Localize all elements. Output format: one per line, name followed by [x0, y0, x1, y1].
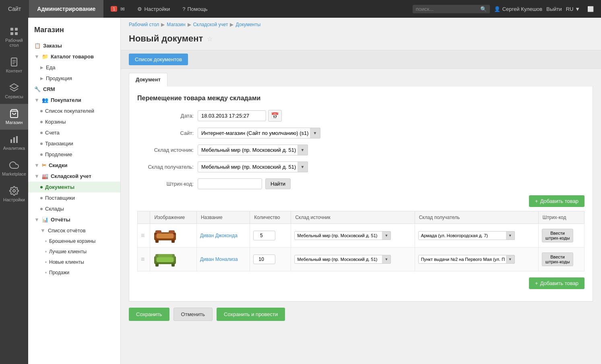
- nav-item-carts[interactable]: Корзины: [28, 116, 120, 127]
- site-tab[interactable]: Сайт: [0, 0, 29, 18]
- sidebar-item-analytics[interactable]: Аналитика: [0, 130, 28, 155]
- breadcrumb-desktop[interactable]: Рабочий стол: [129, 22, 159, 27]
- fullscreen-button[interactable]: ⬜: [584, 4, 597, 14]
- dest-select-1[interactable]: Армада (ул. Новогородская д. 7): [418, 231, 515, 240]
- col-header-image: Изображение: [150, 211, 196, 224]
- svg-marker-8: [10, 84, 18, 89]
- collapse-icon: ▼: [34, 54, 39, 60]
- nav-item-invoices[interactable]: Счета: [28, 127, 120, 138]
- nav-item-documents[interactable]: Документы: [28, 182, 120, 192]
- search-input[interactable]: [416, 6, 480, 12]
- nav-item-discounts[interactable]: ▼ ✂ Скидки: [28, 160, 120, 171]
- sidebar-item-shop[interactable]: Магазин: [0, 104, 28, 130]
- nav-item-buyers[interactable]: ▼ 👥 Покупатели: [28, 95, 120, 105]
- nav-item-products[interactable]: ▶ Продукция: [28, 73, 120, 84]
- nav-item-transactions[interactable]: Транзакции: [28, 138, 120, 149]
- save-post-button[interactable]: Сохранить и провести: [217, 308, 285, 321]
- logout-button[interactable]: Выйти: [546, 6, 562, 12]
- breadcrumb-shop[interactable]: Магазин: [167, 22, 185, 27]
- source-select-2[interactable]: Мебельный мир (пр. Московский д. 51): [294, 255, 391, 264]
- drag-handle-icon-1[interactable]: ≡: [141, 232, 145, 239]
- nav-item-buyers-list[interactable]: Список покупателей: [28, 105, 120, 116]
- nav-item-reports-label: Отчёты: [51, 217, 70, 223]
- nav-item-reports-list[interactable]: ▼ Список отчётов: [28, 225, 120, 236]
- sidebar-item-marketplace[interactable]: Marketplace: [0, 155, 28, 181]
- search-box[interactable]: 🔍: [413, 5, 490, 13]
- dest-warehouse-select[interactable]: Мебельный мир (пр. Московский д. 51): [198, 161, 308, 172]
- language-button[interactable]: RU ▼: [566, 6, 580, 12]
- nav-item-food[interactable]: ▶ Еда: [28, 62, 120, 73]
- breadcrumb-warehouse-accounting[interactable]: Складской учет: [193, 22, 228, 27]
- add-product-top-button[interactable]: + Добавить товар: [529, 195, 584, 207]
- favorite-star-icon[interactable]: ☆: [207, 35, 213, 43]
- nav-item-abandoned-carts[interactable]: Брошенные корзины: [28, 236, 120, 246]
- barcode-label: Штрих-код:: [137, 181, 194, 187]
- dest-select-2[interactable]: Пункт выдачи №2 на Первого Мая (ул. Перв: [418, 255, 515, 264]
- dot-icon: [40, 132, 43, 134]
- dest-warehouse-label: Склад получатель:: [137, 164, 194, 170]
- svg-rect-2: [10, 32, 13, 35]
- toolbar: Список документов: [121, 50, 601, 69]
- sidebar-item-dashboard[interactable]: Рабочий стол: [0, 22, 28, 52]
- breadcrumb-documents[interactable]: Документы: [235, 22, 260, 27]
- small-dot-icon: [45, 272, 47, 273]
- svg-rect-1: [15, 28, 18, 31]
- nav-item-crm[interactable]: 🔧 CRM: [28, 84, 120, 95]
- product-link-2[interactable]: Диван Монализа: [200, 256, 238, 262]
- collapse-warehouse-icon: ▼: [34, 173, 39, 179]
- sidebar-item-content[interactable]: Контент: [0, 52, 28, 78]
- top-nav-right: 👤 Сергей Кулешов Выйти RU ▼ ⬜: [490, 4, 601, 14]
- cancel-button[interactable]: Отменить: [173, 308, 213, 321]
- collapse-buyers-icon: ▼: [34, 97, 39, 103]
- nav-item-suppliers[interactable]: Поставщики: [28, 192, 120, 203]
- nav-item-warehouse[interactable]: ▼ 🏭 Складской учет: [28, 171, 120, 182]
- nav-item-sales[interactable]: Продажи: [28, 267, 120, 278]
- tab-document[interactable]: Документ: [129, 73, 167, 87]
- site-row: Сайт: Интернет-магазин (Сайт по умолчани…: [137, 128, 584, 139]
- nav-item-reports[interactable]: ▼ 📊 Отчёты: [28, 214, 120, 225]
- nav-item-catalog[interactable]: ▼ 📁 Каталог товаров: [28, 51, 120, 62]
- sidebar-item-content-label: Контент: [6, 68, 23, 73]
- barcode-button-2[interactable]: Ввестиштрих-коды: [542, 252, 573, 266]
- qty-cell-1: [250, 224, 291, 248]
- nav-item-new-clients[interactable]: Новые клиенты: [28, 257, 120, 267]
- site-select[interactable]: Интернет-магазин (Сайт по умолчанию) (s1…: [198, 128, 320, 139]
- barcode-input[interactable]: [198, 178, 262, 189]
- source-select-1[interactable]: Мебельный мир (пр. Московский д. 51): [294, 231, 391, 240]
- nav-item-top-clients-label: Лучшие клиенты: [49, 249, 87, 254]
- dot-icon: [40, 197, 43, 199]
- nav-item-orders[interactable]: 📋 Заказы: [28, 40, 120, 51]
- plus-icon-bottom: +: [535, 280, 538, 286]
- source-warehouse-select[interactable]: Мебельный мир (пр. Московский д. 51): [198, 145, 308, 155]
- qty-input-1[interactable]: [253, 231, 275, 240]
- help-button[interactable]: ? Помощь: [179, 4, 211, 14]
- save-button[interactable]: Сохранить: [129, 308, 169, 321]
- site-tab-label: Сайт: [8, 6, 21, 12]
- add-product-bottom-button[interactable]: + Добавить товар: [529, 277, 584, 289]
- list-documents-button[interactable]: Список документов: [129, 54, 188, 65]
- nav-item-top-clients[interactable]: Лучшие клиенты: [28, 246, 120, 257]
- sidebar-item-settings[interactable]: Настройки: [0, 181, 28, 207]
- file-icon: [9, 57, 19, 67]
- date-input[interactable]: [198, 110, 266, 121]
- notifications-button[interactable]: 1 ✉: [107, 4, 128, 14]
- nav-item-warehouses-label: Склады: [45, 206, 64, 212]
- small-dot-icon: [45, 261, 47, 263]
- find-button[interactable]: Найти: [265, 178, 291, 189]
- admin-tab[interactable]: Администрирование: [29, 0, 103, 18]
- calendar-icon[interactable]: 📅: [268, 110, 282, 122]
- drag-handle-icon-2[interactable]: ≡: [141, 256, 145, 263]
- sidebar-item-services[interactable]: Сервисы: [0, 78, 28, 104]
- discounts-icon: ✂: [42, 162, 46, 168]
- left-navigation: Магазин 📋 Заказы ▼ 📁 Каталог товаров ▶ Е…: [28, 18, 121, 364]
- nav-item-renewal[interactable]: Продление: [28, 149, 120, 160]
- dest-cell-1: Армада (ул. Новогородская д. 7) ▼: [415, 224, 538, 248]
- qty-input-2[interactable]: [253, 254, 275, 264]
- barcode-button-1[interactable]: Ввестиштрих-коды: [542, 229, 573, 242]
- nav-item-catalog-label: Каталог товаров: [51, 54, 94, 60]
- settings-nav-button[interactable]: ⚙ Настройки: [134, 4, 173, 14]
- product-image-2: [153, 250, 177, 267]
- product-link-1[interactable]: Диван Джоконда: [200, 233, 238, 238]
- nav-item-warehouses[interactable]: Склады: [28, 203, 120, 214]
- svg-rect-10: [10, 139, 12, 143]
